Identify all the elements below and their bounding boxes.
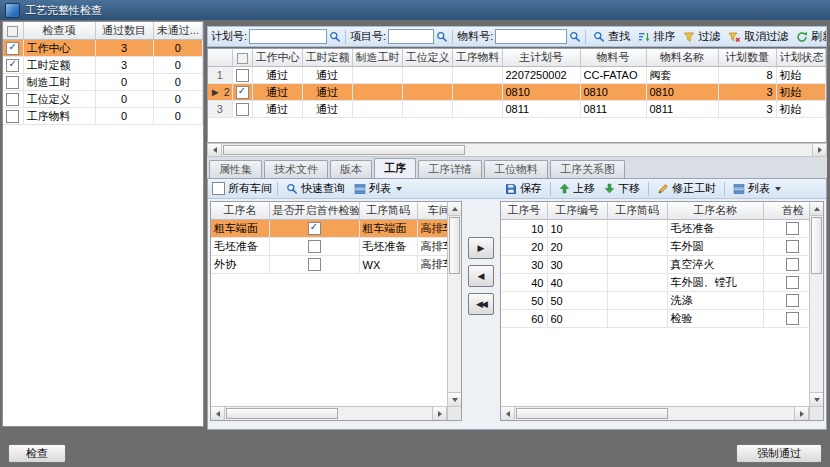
scroll-right-icon[interactable] — [794, 407, 808, 420]
column-header[interactable]: 工时定额 — [302, 49, 352, 67]
check-button[interactable]: 检查 — [8, 444, 66, 463]
tab-process-relation[interactable]: 工序关系图 — [550, 160, 625, 178]
quick-query-button[interactable]: 快速查询 — [283, 180, 348, 197]
scroll-thumb[interactable] — [449, 217, 460, 274]
row-checkbox[interactable] — [6, 76, 19, 89]
search-icon[interactable] — [329, 31, 341, 43]
process-row[interactable]: 10 10 毛坯准备 — [501, 220, 823, 238]
all-workshops-checkbox[interactable] — [212, 182, 225, 195]
column-header[interactable]: 物料号 — [580, 49, 646, 67]
first-check-checkbox[interactable] — [786, 294, 799, 307]
first-check-checkbox[interactable] — [786, 240, 799, 253]
project-no-input[interactable] — [388, 29, 434, 44]
check-row[interactable]: ✓ 工作中心 3 0 — [3, 40, 203, 57]
refresh-button[interactable]: 刷新 — [793, 28, 827, 45]
column-header[interactable]: 未通过... — [153, 22, 203, 40]
first-check-checkbox[interactable] — [786, 312, 799, 325]
scroll-left-icon[interactable] — [208, 144, 222, 156]
row-checkbox[interactable]: ✓ — [6, 59, 19, 72]
first-check-checkbox[interactable]: ✓ — [308, 222, 321, 235]
h-scrollbar[interactable] — [211, 406, 447, 420]
row-checkbox[interactable] — [236, 69, 249, 82]
column-header[interactable]: 工序名称 — [667, 202, 763, 220]
scroll-thumb[interactable] — [226, 408, 338, 419]
first-check-checkbox[interactable] — [308, 258, 321, 271]
row-checkbox[interactable] — [6, 93, 19, 106]
scroll-right-icon[interactable] — [812, 144, 826, 156]
search-icon[interactable] — [436, 31, 448, 43]
search-icon[interactable] — [569, 31, 581, 43]
save-button[interactable]: 保存 — [502, 180, 545, 197]
column-header[interactable]: 检查项 — [23, 22, 95, 40]
tab-tech-docs[interactable]: 技术文件 — [264, 160, 328, 178]
column-header[interactable]: 是否开启首件检验 — [269, 202, 359, 220]
scroll-thumb[interactable] — [516, 408, 668, 419]
column-header[interactable]: 计划状态 — [776, 49, 826, 67]
add-process-button[interactable]: ▶ — [468, 237, 494, 259]
column-header[interactable]: 工序简码 — [607, 202, 667, 220]
plan-row[interactable]: 3 通过 通过 0811 0811 0811 3 初始 — [208, 101, 826, 118]
plan-no-input[interactable] — [249, 29, 327, 44]
remove-process-button[interactable]: ◀ — [468, 265, 494, 287]
scroll-left-icon[interactable] — [211, 407, 225, 420]
force-pass-button[interactable]: 强制通过 — [736, 444, 822, 463]
scroll-thumb[interactable] — [223, 145, 465, 155]
move-up-button[interactable]: 上移 — [556, 180, 598, 197]
tab-process[interactable]: 工序 — [374, 158, 416, 178]
plan-row[interactable]: 1 通过 通过 2207250002 CC-FATAO 阀套 8 初始 — [208, 67, 826, 84]
row-checkbox[interactable] — [236, 103, 249, 116]
scroll-thumb[interactable] — [811, 217, 822, 274]
h-scrollbar[interactable] — [501, 406, 809, 420]
column-header[interactable]: 物料名称 — [646, 49, 718, 67]
plan-row[interactable]: ► 2 ✓ 通过 通过 0810 0810 0810 3 初始 — [208, 84, 826, 101]
check-row[interactable]: 工位定义 0 0 — [3, 91, 203, 108]
h-scrollbar[interactable] — [207, 143, 827, 157]
column-header[interactable]: 工序编号 — [547, 202, 607, 220]
scroll-down-icon[interactable] — [448, 392, 461, 406]
column-header[interactable]: 工作中心 — [252, 49, 302, 67]
process-row[interactable]: 粗车端面 ✓ 粗车端面 高排车间 — [211, 220, 461, 238]
row-checkbox[interactable]: ✓ — [236, 86, 249, 99]
scroll-up-icon[interactable] — [448, 202, 461, 216]
v-scrollbar[interactable] — [809, 202, 823, 406]
scroll-right-icon[interactable] — [432, 407, 446, 420]
row-checkbox[interactable]: ✓ — [6, 42, 19, 55]
column-header[interactable]: 主计划号 — [502, 49, 580, 67]
tab-attribute-set[interactable]: 属性集 — [209, 160, 262, 178]
column-header[interactable]: 工序号 — [501, 202, 547, 220]
column-header[interactable]: 工位定义 — [402, 49, 452, 67]
process-row[interactable]: 毛坯准备 毛坯准备 高排车间 — [211, 238, 461, 256]
row-checkbox[interactable] — [6, 110, 19, 123]
process-row[interactable]: 外协 WX 高排车间 — [211, 256, 461, 274]
column-header[interactable]: 工序名 — [211, 202, 269, 220]
process-row[interactable]: 30 30 真空淬火 — [501, 256, 823, 274]
scroll-left-icon[interactable] — [501, 407, 515, 420]
column-header[interactable]: 制造工时 — [352, 49, 402, 67]
process-row[interactable]: 50 50 洗涤 — [501, 292, 823, 310]
column-header[interactable]: 工序物料 — [452, 49, 502, 67]
sort-button[interactable]: 排序 — [635, 28, 678, 45]
first-check-checkbox[interactable] — [786, 222, 799, 235]
check-row[interactable]: 制造工时 0 0 — [3, 74, 203, 91]
find-button[interactable]: 查找 — [590, 28, 633, 45]
process-row[interactable]: 40 40 车外圆、镗孔 — [501, 274, 823, 292]
list-view-button[interactable]: 列表 — [730, 180, 784, 197]
filter-button[interactable]: 过滤 — [680, 28, 723, 45]
list-view-button[interactable]: 列表 — [351, 180, 405, 197]
process-row[interactable]: 20 20 车外圆 — [501, 238, 823, 256]
tab-process-detail[interactable]: 工序详情 — [418, 160, 482, 178]
v-scrollbar[interactable] — [447, 202, 461, 406]
select-all-header[interactable] — [232, 49, 252, 67]
process-row[interactable]: 60 60 检验 — [501, 310, 823, 328]
tab-version[interactable]: 版本 — [330, 160, 372, 178]
material-no-input[interactable] — [495, 29, 567, 44]
first-check-checkbox[interactable] — [308, 240, 321, 253]
fix-hours-button[interactable]: 修正工时 — [654, 180, 719, 197]
column-header[interactable]: 通过数目 — [95, 22, 153, 40]
first-check-checkbox[interactable] — [786, 258, 799, 271]
check-row[interactable]: 工序物料 0 0 — [3, 108, 203, 125]
move-down-button[interactable]: 下移 — [601, 180, 643, 197]
scroll-up-icon[interactable] — [810, 202, 823, 216]
select-all-header[interactable] — [3, 22, 23, 40]
check-row[interactable]: ✓ 工时定额 3 0 — [3, 57, 203, 74]
